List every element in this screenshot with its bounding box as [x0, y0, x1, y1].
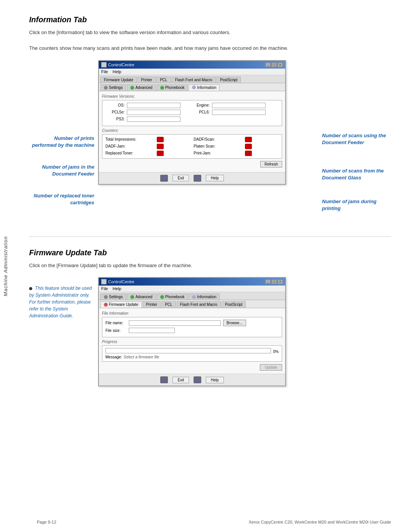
file-size-input[interactable] [129, 328, 175, 333]
prog-msg-value: Select a firmware file [123, 355, 159, 359]
tab2-printer[interactable]: Printer [143, 301, 161, 308]
minimize-button[interactable]: _ [265, 62, 271, 67]
fw-pcl6-input[interactable] [212, 110, 266, 115]
refresh-button[interactable]: Refresh [260, 161, 282, 167]
cc-window-controls-2: _ □ × [265, 279, 283, 284]
cc-tabs-row2-2: Firmware Update Printer PCL Flash Font a… [99, 300, 285, 308]
tab2-settings[interactable]: Settings [100, 294, 126, 300]
menu-help[interactable]: Help [113, 69, 122, 74]
file-name-input[interactable] [129, 320, 221, 326]
section2-title: Firmware Update Tab [29, 248, 391, 257]
maximize-button-2[interactable]: □ [271, 279, 277, 284]
footer-icon-left-2 [160, 376, 168, 383]
counter-dadf-scan-indicator [245, 137, 252, 142]
tab-information[interactable]: Information [189, 84, 220, 91]
progress-bar-row: 0% [105, 348, 279, 355]
counter-total-impressions: Total Impressions: [105, 137, 191, 142]
cc-footer-1: Exit Help [99, 172, 285, 184]
help-button-2[interactable]: Help [206, 377, 224, 383]
close-button[interactable]: × [278, 62, 283, 67]
tab-postscript[interactable]: PostScript [217, 77, 241, 83]
exit-button-2[interactable]: Exit [172, 377, 189, 383]
browse-button[interactable]: Browse... [223, 320, 246, 326]
progress-group: 0% Message: Select a firmware file [102, 345, 282, 362]
file-size-row: File size: [105, 328, 279, 333]
tab-settings[interactable]: Settings [100, 84, 126, 91]
file-info-group: File name: Browse... File size: [102, 317, 282, 337]
cc-title-text-2: ControlCentre [101, 279, 134, 284]
annotation-jams-feeder: Number of jams in the Document Feeder [29, 164, 94, 177]
tab-phonebook[interactable]: Phonebook [157, 84, 188, 91]
fw-engine-label: Engine: [191, 103, 210, 107]
sidebar: Machine Administration [0, 0, 11, 532]
tab-advanced[interactable]: Advanced [127, 84, 156, 91]
counter-toner-indicator [157, 151, 164, 156]
fw-ps3-input[interactable] [127, 117, 181, 122]
close-button-2[interactable]: × [278, 279, 283, 284]
help-button-1[interactable]: Help [206, 175, 224, 181]
counters-box: Total Impressions: DADF/Scan: DADF-Jam: [102, 134, 282, 159]
annotation-jams-print: Number of jams during printing [322, 198, 391, 212]
minimize-button-2[interactable]: _ [265, 279, 271, 284]
tab2-phonebook[interactable]: Phonebook [157, 294, 188, 300]
tab-pcl[interactable]: PCL [156, 77, 171, 83]
fw-row-ps3: PS3: [105, 117, 279, 122]
tab2-advanced[interactable]: Advanced [127, 294, 156, 300]
exit-button-1[interactable]: Exit [172, 175, 189, 181]
cc-titlebar-2: ControlCentre _ □ × [99, 278, 285, 286]
update-button[interactable]: Update [260, 364, 282, 371]
cc-footer-2: Exit Help [99, 374, 285, 386]
file-size-label: File size: [105, 328, 127, 333]
cc-title-text: ControlCentre [101, 62, 134, 67]
progress-bar-container [105, 348, 271, 353]
annotation-scans-glass: Number of scans from the Document Glass [322, 167, 391, 181]
counter-printjam-indicator [245, 151, 252, 156]
fw-versions-box: OS: Engine: PCL5e: PCL6: PS3: [102, 100, 282, 126]
fw-row-pcl5e: PCL5e: PCL6: [105, 110, 279, 115]
progress-label: Progress [102, 340, 282, 344]
fw-pcl5e-input[interactable] [127, 110, 181, 115]
tab2-fw-update[interactable]: Firmware Update [100, 301, 142, 308]
menu-help-2[interactable]: Help [113, 286, 122, 291]
cc-app-icon-2 [101, 279, 107, 284]
fw-engine-input[interactable] [212, 103, 266, 108]
cc-app-icon [101, 62, 107, 67]
menu-file-2[interactable]: File [101, 286, 108, 291]
fw-versions-label: Firmware Versions: [102, 94, 282, 99]
tab-flash[interactable]: Flash Font and Macro [172, 77, 216, 83]
counter-replaced-toner: Replaced Toner: [105, 151, 191, 156]
tab2-postscript[interactable]: PostScript [222, 301, 246, 308]
cc-menubar-1: File Help [99, 69, 285, 75]
counter-platen-indicator [245, 144, 252, 149]
tab-firmware-update[interactable]: Firmware Update [100, 77, 137, 83]
cc-tabs-row1-2: Settings Advanced Phonebook Information [99, 292, 285, 300]
menu-file[interactable]: File [101, 69, 108, 74]
progress-message-row: Message: Select a firmware file [105, 355, 279, 359]
cc-window-2: ControlCentre _ □ × File Help [98, 277, 286, 386]
bullet-dot [29, 287, 32, 290]
section1-title: Information Tab [29, 15, 391, 24]
counter-dadf-jam-indicator [157, 144, 164, 149]
fw-os-input[interactable] [127, 103, 181, 108]
diagram-area-1: Number of prints performed by the machin… [29, 60, 391, 225]
annotation-prints: Number of prints performed by the machin… [29, 135, 94, 149]
cc-body-2: File Information File name: Browse... Fi… [99, 308, 285, 374]
cc-tabs-row2: Settings Advanced Phonebook Information [99, 83, 285, 91]
sidebar-text: Machine Administration [3, 236, 8, 296]
annotation-scans-feeder: Number of scans using the Document Feede… [322, 132, 391, 146]
annotation-toner: Number of replaced toner cartridges [29, 192, 94, 206]
tab-printer[interactable]: Printer [138, 77, 156, 83]
tab2-pcl[interactable]: PCL [161, 301, 176, 308]
fw-pcl5e-label: PCL5e: [105, 110, 125, 114]
tab2-information[interactable]: Information [189, 294, 220, 300]
product-name: Xerox CopyCentre C20, WorkCentre M20 and… [249, 520, 391, 524]
footer-icon-right [194, 175, 201, 182]
counter-dadf-jam: DADF-Jam: [105, 144, 191, 149]
maximize-button[interactable]: □ [271, 62, 277, 67]
cc-menubar-2: File Help [99, 286, 285, 292]
file-info-label: File Information [102, 311, 282, 315]
tab2-flash[interactable]: Flash Font and Macro [177, 301, 221, 308]
cc-window-1: ControlCentre _ □ × File Help Firmware U… [98, 60, 286, 185]
section1-desc1: Click on the [Information] tab to view t… [29, 29, 290, 37]
counter-total-indicator [157, 137, 164, 142]
